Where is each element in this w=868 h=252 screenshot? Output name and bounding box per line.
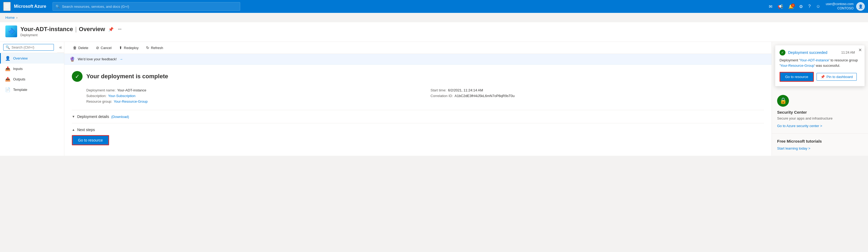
title-separator: | [75,26,77,33]
subscription-row: Subscription: Your-Subscription [86,94,420,98]
email-icon-button[interactable]: ✉ [767,2,774,11]
sidebar-label-outputs: Outputs [13,77,26,81]
pin-label: Pin to dashboard [827,75,853,79]
next-steps-label: Next steps [77,128,95,132]
settings-icon-button[interactable]: ⚙ [797,2,805,11]
avatar[interactable]: 👤 [856,2,865,11]
download-link[interactable]: (Download) [111,115,129,119]
deployment-details-section[interactable]: ▼ Deployment details (Download) [72,115,764,119]
delete-label: Delete [78,46,89,50]
notif-adt-link[interactable]: Your-ADT-instance [800,58,829,62]
resource-group-link[interactable]: Your-Resource-Group [114,99,148,103]
start-time-value: 6/2/2021, 11:24:14 AM [448,88,483,92]
cancel-button[interactable]: ⊘ Cancel [93,44,115,52]
success-icon-large: ✓ [72,71,83,82]
security-center-icon: 🔒 [777,95,789,107]
sidebar-search-field[interactable] [11,45,52,49]
global-search-box[interactable]: 🔍 Search resources, services, and docs (… [53,2,240,11]
next-steps-section: ▲ Next steps Go to resource [72,128,764,145]
deployment-name-value: Your-ADT-instance [117,88,146,92]
security-center-description: Secure your apps and infrastructure [777,116,863,121]
delete-button[interactable]: 🗑 Delete [70,44,92,52]
cancel-label: Cancel [101,46,112,50]
notification-time: 11:24 AM [841,51,860,55]
go-to-resource-button-notification[interactable]: Go to resource [779,72,814,82]
resource-group-row: Resource group: Your-Resource-Group [86,99,420,103]
pin-icon[interactable]: 📌 [107,26,115,32]
deployment-name-label: Deployment name: [86,88,116,92]
user-email: user@contoso.com [826,2,854,6]
feedback-icon: 🔮 [70,57,75,62]
content-area: 🗑 Delete ⊘ Cancel ⬆ Redeploy ↻ Refresh 🔮… [64,42,772,156]
start-learning-link[interactable]: Start learning today > [777,146,810,150]
deployment-success-row: ✓ Your deployment is complete [72,71,764,82]
next-steps-header[interactable]: ▲ Next steps [72,128,764,132]
search-placeholder: Search resources, services, and docs (G+… [62,5,129,8]
feedback-link[interactable]: → [119,57,123,61]
pin-to-dashboard-button[interactable]: 📌 Pin to dashboard [816,73,857,81]
nav-right-icons: ✉ 📢 🔔 2 ⚙ ? ☺ user@contoso.com CONTOSO 👤 [767,2,865,11]
refresh-icon: ↻ [146,45,149,50]
subscription-link[interactable]: Your-Subscription [108,94,135,98]
resource-type-icon: 🔷 [5,26,17,37]
sidebar-label-overview: Overview [13,56,28,60]
feedback-banner: 🔮 We'd love your feedback! → [64,54,772,65]
user-account[interactable]: user@contoso.com CONTOSO [826,2,854,10]
resource-name: Your-ADT-instance [20,26,73,33]
notification-success-icon: ✓ [779,50,785,56]
resource-group-label: Resource group: [86,99,112,103]
sidebar-collapse-button[interactable]: « [57,42,64,53]
go-to-resource-button-main[interactable]: Go to resource [72,135,109,145]
smiley-icon-button[interactable]: ☺ [814,2,823,10]
sidebar-item-outputs[interactable]: 📤 Outputs [0,74,64,85]
breadcrumb-separator: › [17,15,18,20]
top-navigation: ☰ Microsoft Azure 🔍 Search resources, se… [0,0,868,13]
refresh-label: Refresh [151,46,163,50]
more-options-icon[interactable]: ··· [117,26,123,32]
refresh-button[interactable]: ↻ Refresh [143,44,166,52]
resource-header: 🔷 Your-ADT-instance | Overview 📌 ··· Dep… [0,22,868,42]
correlation-row: Correlation ID: A1bC2dE3fH4iJ5kL6mN7oP8q… [431,94,764,98]
deployment-name-row: Deployment name: Your-ADT-instance [86,88,420,92]
go-to-security-center-link[interactable]: Go to Azure security center > [777,124,822,128]
start-time-label: Start time: [431,88,446,92]
chevron-down-icon: ▼ [72,115,75,119]
notif-rg-link[interactable]: Your-Resource-Group [780,64,814,68]
sidebar-item-template[interactable]: 📄 Template [0,85,64,95]
sidebar-search-icon: 🔍 [6,45,10,49]
sidebar-item-inputs[interactable]: 📥 Inputs [0,64,64,74]
sidebar: 🔍 « 👤 Overview 📥 Inputs 📤 Outputs [0,42,64,156]
search-icon: 🔍 [56,5,60,8]
main-content: 🔍 « 👤 Overview 📥 Inputs 📤 Outputs [0,42,868,156]
sidebar-navigation: 👤 Overview 📥 Inputs 📤 Outputs 📄 Template [0,53,64,156]
delete-icon: 🗑 [73,45,77,50]
correlation-label: Correlation ID: [431,94,453,98]
notification-close-button[interactable]: ✕ [858,48,862,53]
sidebar-search-input[interactable]: 🔍 [3,44,54,51]
notification-title: Deployment succeeded [788,51,827,55]
subscription-label: Subscription: [86,94,106,98]
deployment-content: ✓ Your deployment is complete Deployment… [64,65,772,152]
pin-icon: 📌 [820,75,825,79]
help-icon-button[interactable]: ? [806,2,813,10]
redeploy-icon: ⬆ [119,45,122,50]
notification-actions: Go to resource 📌 Pin to dashboard [779,72,860,82]
sidebar-label-template: Template [13,88,27,92]
redeploy-label: Redeploy [124,46,138,50]
deployment-info-grid: Deployment name: Your-ADT-instance Start… [86,88,764,103]
toolbar: 🗑 Delete ⊘ Cancel ⬆ Redeploy ↻ Refresh [64,42,772,54]
user-org: CONTOSO [837,6,854,11]
correlation-value: A1bC2dE3fH4iJ5kL6mN7oP8qR9sT0u [455,94,515,98]
breadcrumb: Home › [0,13,868,22]
deployment-success-title: Your deployment is complete [86,73,168,80]
notifications-icon-button[interactable]: 🔔 2 [786,2,796,11]
resource-type-label: Deployment [20,33,123,37]
right-panel: ✕ ✓ Deployment succeeded 11:24 AM Deploy… [772,42,868,156]
hamburger-menu-button[interactable]: ☰ [3,2,11,11]
notification-header: ✓ Deployment succeeded 11:24 AM [779,50,860,56]
feedback-icon-button[interactable]: 📢 [776,2,785,11]
redeploy-button[interactable]: ⬆ Redeploy [116,44,142,52]
sidebar-item-overview[interactable]: 👤 Overview [0,53,64,64]
security-center-title: Security Center [777,110,863,115]
breadcrumb-home-link[interactable]: Home [5,15,15,20]
